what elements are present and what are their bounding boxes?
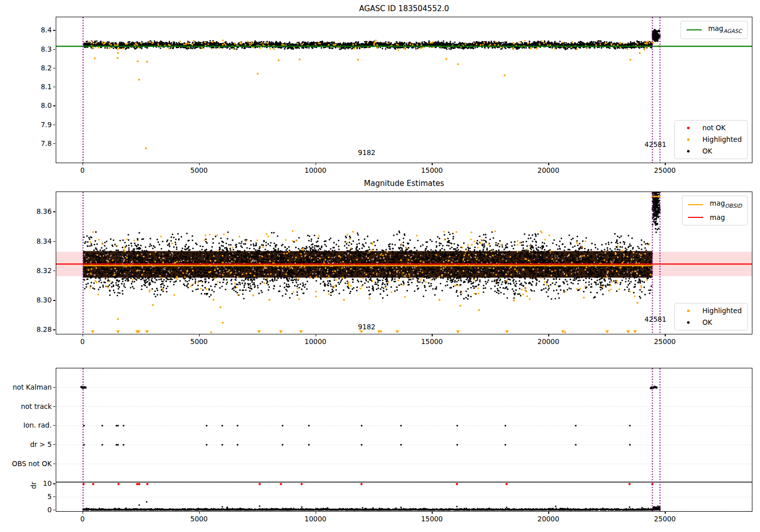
y-tick-label: 8.3 <box>0 45 52 53</box>
tick-mark <box>53 271 55 271</box>
x-tick-label: 20000 <box>538 337 559 346</box>
y-tick-label: 8.1 <box>0 83 52 91</box>
y-tick-label: 8.36 <box>0 207 52 215</box>
legend-item-ok[interactable]: OK <box>680 147 742 155</box>
tick-mark <box>53 425 55 426</box>
dr-tick-label: 5 <box>0 492 52 501</box>
dr-tick-label: 10 <box>0 479 52 487</box>
x-tick-label: 25000 <box>654 337 676 346</box>
dr-tick-label: 0 <box>0 506 52 514</box>
tick-mark <box>316 334 316 336</box>
category-label: OBS not OK <box>0 460 52 468</box>
tick-mark <box>53 241 55 242</box>
x-tick-label: 15000 <box>421 515 443 523</box>
tick-mark <box>316 512 316 514</box>
tick-mark <box>548 512 549 514</box>
plot3-flags-and-dr <box>56 368 752 512</box>
x-tick-label: 25000 <box>654 515 676 523</box>
legend-label-mag-obsid: magOBSID <box>710 200 742 210</box>
tick-mark <box>199 512 200 514</box>
tick-mark <box>53 464 55 464</box>
tick-mark <box>53 387 55 388</box>
tick-mark <box>53 406 55 407</box>
category-label: not Kalman <box>0 383 52 391</box>
tick-mark <box>53 143 55 144</box>
tick-mark <box>83 512 83 514</box>
plot2-legend-lines: magOBSID mag <box>682 196 748 225</box>
y-tick-label: 7.9 <box>0 121 52 129</box>
x-tick-label: 0 <box>81 515 85 523</box>
plot2-title: Magnitude Estimates <box>56 179 752 188</box>
x-tick-label: 15000 <box>421 166 443 174</box>
tick-mark <box>53 87 55 87</box>
x-tick-label: 0 <box>81 166 85 174</box>
tick-mark <box>665 512 665 514</box>
annotation-obsid-9182: 9182 <box>358 323 375 331</box>
x-tick-label: 25000 <box>654 166 676 174</box>
tick-mark <box>432 334 432 336</box>
legend-label-mag-agasc: magAGASC <box>708 25 742 35</box>
tick-mark <box>53 49 55 50</box>
y-tick-label: 8.4 <box>0 26 52 34</box>
figure: AGASC ID 183504552.0 Magnitude Estimates… <box>0 0 760 532</box>
legend-item-mag-agasc[interactable]: magAGASC <box>687 25 742 35</box>
legend-label-ok: OK <box>702 147 712 155</box>
tick-mark <box>53 300 55 300</box>
tick-mark <box>432 163 432 165</box>
not-ok-dot-swatch <box>680 127 696 129</box>
tick-mark <box>53 125 55 125</box>
plot2-magnitude-estimates: magOBSID mag Highlighted OK <box>56 192 752 334</box>
x-tick-label: 15000 <box>421 337 443 346</box>
mag-line-swatch <box>688 217 703 218</box>
tick-mark <box>548 334 549 336</box>
legend-item-ok[interactable]: OK <box>680 319 742 326</box>
category-label: Ion. rad. <box>0 421 52 429</box>
tick-mark <box>665 163 665 165</box>
tick-mark <box>548 163 549 165</box>
tick-mark <box>199 163 200 165</box>
tick-mark <box>53 68 55 68</box>
x-tick-label: 10000 <box>305 166 326 174</box>
x-tick-label: 5000 <box>191 166 208 174</box>
annotation-obsid-42581: 42581 <box>644 315 666 323</box>
tick-mark <box>53 105 55 106</box>
tick-mark <box>316 163 316 165</box>
y-tick-label: 8.30 <box>0 296 52 304</box>
legend-label-ok: OK <box>702 319 712 326</box>
annotation-obsid-9182: 9182 <box>358 148 375 157</box>
tick-mark <box>199 334 200 336</box>
tick-mark <box>53 510 55 510</box>
category-label: dr > 5 <box>0 440 52 448</box>
mag-obsid-line-swatch <box>688 204 703 206</box>
highlighted-dot-swatch <box>680 310 696 312</box>
plot3-canvas <box>56 368 752 511</box>
highlighted-dot-swatch <box>680 138 696 141</box>
category-label: not track <box>0 402 52 410</box>
annotation-obsid-42581: 42581 <box>644 140 666 148</box>
tick-mark <box>53 211 55 212</box>
tick-mark <box>432 512 432 514</box>
tick-mark <box>53 30 55 30</box>
legend-item-highlighted[interactable]: Highlighted <box>680 307 742 315</box>
tick-mark <box>83 163 83 165</box>
tick-mark <box>83 334 83 336</box>
ok-dot-swatch <box>680 321 696 324</box>
legend-label-highlighted: Highlighted <box>702 136 742 143</box>
legend-label-highlighted: Highlighted <box>702 307 742 315</box>
tick-mark <box>53 444 55 445</box>
tick-mark <box>53 497 55 497</box>
y-tick-label: 8.0 <box>0 101 52 109</box>
y-tick-label: 8.28 <box>0 325 52 333</box>
plot1-title: AGASC ID 183504552.0 <box>56 4 752 13</box>
legend-item-mag[interactable]: mag <box>688 214 742 221</box>
legend-item-highlighted[interactable]: Highlighted <box>680 136 742 143</box>
legend-item-mag-obsid[interactable]: magOBSID <box>688 200 742 210</box>
x-tick-label: 5000 <box>191 337 208 346</box>
x-tick-label: 10000 <box>305 515 326 523</box>
legend-item-not-ok[interactable]: not OK <box>680 124 742 132</box>
tick-mark <box>53 329 55 330</box>
y-tick-label: 8.2 <box>0 64 52 72</box>
y-tick-label: 8.34 <box>0 237 52 245</box>
x-tick-label: 20000 <box>538 166 559 174</box>
plot1-legend-markers: not OK Highlighted OK <box>674 120 748 159</box>
